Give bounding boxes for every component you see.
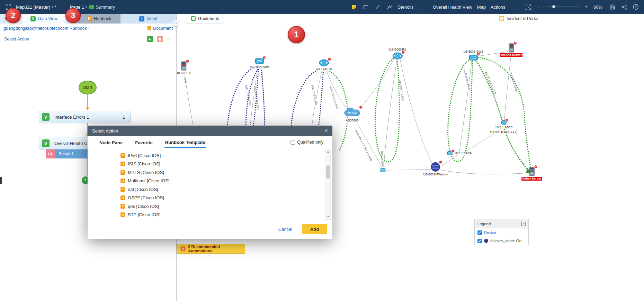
tab-node-pane[interactable]: Node Pane	[99, 137, 123, 147]
device-label: CA-TOR-SW2	[250, 65, 270, 69]
connector-tool-icon[interactable]	[386, 3, 393, 10]
note-tool-icon[interactable]	[351, 3, 358, 10]
alert-plus-badge	[439, 161, 442, 164]
runbook-selector[interactable]: guangdongliao@netbraintechcom Runbook▾	[3, 26, 90, 31]
run-button[interactable]	[147, 36, 153, 42]
device-10-8-3-130[interactable]: 10.8.3.130	[177, 61, 191, 75]
alert-plus-badge	[263, 56, 266, 60]
tab-intent[interactable]: I Intent	[120, 14, 176, 24]
list-item[interactable]: RIPv6 [Cisco IOS]	[120, 151, 320, 160]
list-scrollbar[interactable]: ▲ ▼	[325, 149, 331, 220]
runbook-template-list: RIPv6 [Cisco IOS] RISIS [Cisco IOS] RMPL…	[120, 151, 320, 219]
device-ca-tor-r1[interactable]: CA-TOR-R1	[316, 59, 333, 71]
stencils-button[interactable]: Stencils	[398, 4, 414, 10]
close-icon[interactable]: ×	[324, 128, 328, 134]
scrollbar-thumb[interactable]	[326, 165, 330, 179]
tab-favorite[interactable]: Favorite	[134, 137, 153, 147]
document-button[interactable]: Document	[147, 26, 173, 31]
chevron-down-icon: ▾	[86, 5, 87, 9]
cloud-icon: MPLS	[344, 107, 360, 118]
fit-to-screen-icon[interactable]	[525, 3, 531, 10]
topbar: Map321 (Master)▾ * | Page 1▾ Summary Ste…	[0, 0, 644, 14]
device-label: HSRP: 1(10.8.1.17)	[490, 130, 518, 134]
list-item[interactable]: RMPLS [Cisco IOS]	[120, 168, 320, 177]
router-icon	[392, 52, 403, 60]
annotation-badge-1: 1	[288, 26, 305, 43]
qualified-only-checkbox[interactable]	[290, 140, 295, 145]
incident-portal-icon	[499, 16, 504, 21]
device-label: AS30000	[346, 119, 358, 122]
runbook-menu-icon[interactable]: ≡	[167, 36, 170, 42]
panel-grip[interactable]	[0, 177, 2, 184]
summary-icon	[89, 5, 94, 9]
add-button[interactable]: Add	[302, 224, 327, 234]
tab-runbook[interactable]: R Runbook	[78, 14, 120, 24]
legend-panel: Legend Device failover_state: On	[474, 219, 529, 245]
list-item[interactable]: Rnat [Cisco IOS]	[120, 185, 320, 194]
zoom-slider[interactable]	[546, 7, 579, 7]
shape-tool-icon[interactable]	[363, 3, 369, 10]
alert-plus-badge	[186, 60, 189, 63]
guidebook-button[interactable]: Guidebook	[187, 14, 223, 23]
save-icon[interactable]	[609, 3, 616, 10]
list-item[interactable]: ROSPF [Cisco IOS]	[120, 194, 320, 202]
chevron-down-icon: ▾	[88, 27, 90, 30]
cancel-button[interactable]: Cancel	[278, 227, 292, 232]
device-video-server[interactable]: Video-Server	[521, 167, 542, 181]
list-item[interactable]: Rqos [Cisco IOS]	[120, 202, 320, 211]
scroll-up-icon[interactable]: ▲	[326, 150, 330, 154]
scroll-down-icon[interactable]: ▼	[326, 215, 330, 219]
zoom-slider-thumb[interactable]	[552, 5, 555, 8]
zoom-out-button[interactable]: -	[536, 4, 541, 10]
device-webex-server[interactable]: Webex-Server	[500, 43, 522, 57]
tab-data-view[interactable]: V Data View	[23, 14, 65, 24]
annotation-badge-2: 2	[6, 8, 21, 23]
zoom-level[interactable]: 60%	[593, 4, 604, 10]
device-10-8-1-16-28[interactable]: 10.8.1.16/28HSRP: 1(10.8.1.17)	[490, 120, 518, 134]
help-icon[interactable]: ?	[632, 3, 639, 10]
alert-plus-badge	[513, 42, 517, 45]
line-tool-icon[interactable]	[374, 3, 381, 10]
alert-plus-badge	[534, 165, 537, 168]
switch-icon	[469, 54, 478, 61]
incident-portal-button[interactable]: Incident & Portal	[496, 14, 542, 23]
collapse-panel-button[interactable]: »	[173, 20, 179, 27]
device-as30000[interactable]: MPLSAS30000	[344, 107, 360, 122]
device-label: Video-Server	[521, 177, 542, 181]
device-us-bos-sw2[interactable]: US-BOS-SW2	[463, 50, 483, 61]
share-icon[interactable]	[620, 3, 627, 10]
summary-button[interactable]: Summary	[89, 4, 115, 10]
device-ca-tor-sw2[interactable]: CA-TOR-SW2	[250, 58, 270, 69]
recommended-automations-button[interactable]: 2 Recommended Automations	[177, 244, 245, 254]
list-item[interactable]: RISIS [Cisco IOS]	[120, 160, 320, 168]
legend-item-device: Device	[475, 228, 528, 237]
legend-device-checkbox[interactable]	[477, 230, 482, 235]
overall-health-view-button[interactable]: Overall Health View	[433, 4, 472, 10]
device-label: CA-TOR-R1	[316, 67, 333, 71]
panel-tab-bar: V Data View R Runbook I Intent	[0, 14, 176, 24]
alert-plus-badge	[359, 106, 363, 109]
data-view-icon: V	[30, 16, 36, 21]
list-item[interactable]: RSTP [Cisco IOS]	[120, 211, 320, 219]
list-item[interactable]: RMulticast [Cisco IOS]	[120, 177, 320, 185]
map-menu-button[interactable]: Map	[477, 4, 486, 10]
legend-failover-checkbox[interactable]	[477, 239, 482, 243]
select-action-dialog: Select Action × Node Pane Favorite Runbo…	[88, 126, 332, 239]
device-us-bos-fw-stby[interactable]: US-BOS-FW/stby	[423, 162, 448, 176]
legend-expand-icon[interactable]	[521, 222, 526, 226]
actions-menu-button[interactable]: Actions	[491, 4, 506, 10]
map-title-dropdown[interactable]: Map321 (Master)▾	[16, 4, 53, 10]
zoom-in-button[interactable]: +	[584, 4, 589, 10]
stop-button[interactable]	[157, 36, 163, 42]
select-action-link[interactable]: Select Action	[4, 37, 29, 42]
device-node[interactable]	[381, 168, 386, 173]
device-10-8-1-32-29[interactable]: 10.8.1.32/29	[447, 151, 472, 156]
qualified-only-toggle[interactable]: Qualified only	[290, 140, 323, 145]
result-user-badge: GL	[46, 149, 55, 158]
intent-icon: I	[139, 16, 144, 21]
device-us-bos-r2[interactable]: US-BOS-R2	[389, 48, 406, 60]
flow-node-interface-errors[interactable]: V Interface Errors 1 1	[39, 111, 131, 123]
tab-runbook-template[interactable]: Runbook Template	[164, 137, 206, 148]
dialog-header: Select Action ×	[88, 126, 332, 136]
router-icon	[319, 59, 329, 66]
